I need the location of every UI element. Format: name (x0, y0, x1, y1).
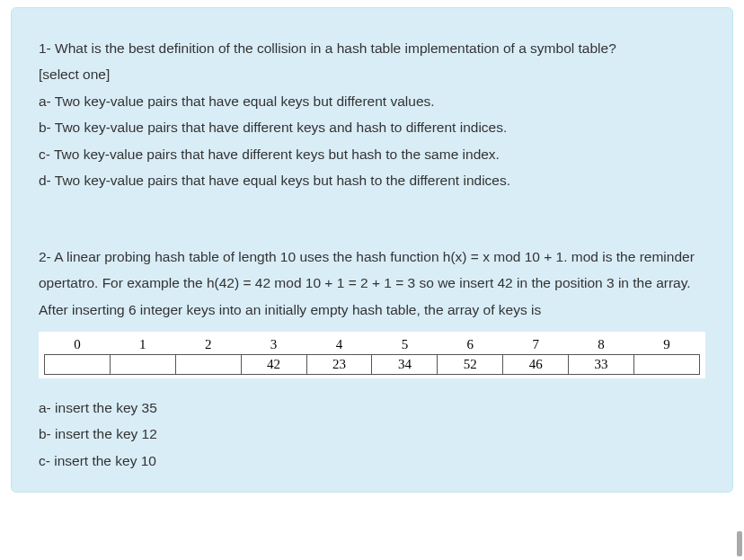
q2-option-b: b- insert the key 12 (39, 421, 705, 447)
question-1: 1- What is the best definition of the co… (39, 35, 705, 194)
q2-option-c: c- insert the key 10 (39, 448, 705, 474)
q1-instruction: [select one] (39, 61, 705, 87)
q2-subprompt: After inserting 6 integer keys into an i… (39, 297, 705, 323)
table-header-cell: 2 (175, 335, 241, 355)
table-header-cell: 8 (569, 335, 634, 355)
table-header-cell: 5 (372, 335, 438, 355)
table-value-cell: 34 (372, 354, 438, 374)
table-value-cell (634, 354, 700, 374)
table-value-cell: 46 (503, 354, 569, 374)
table-value-cell: 42 (241, 354, 306, 374)
q1-option-a: a- Two key-value pairs that have equal k… (39, 88, 705, 114)
table-value-cell: 33 (569, 354, 634, 374)
table-header-cell: 0 (45, 335, 111, 355)
table-header-cell: 4 (306, 335, 372, 355)
q1-option-b: b- Two key-value pairs that have differe… (39, 114, 705, 140)
q1-option-c: c- Two key-value pairs that have differe… (39, 141, 705, 167)
q2-option-a: a- insert the key 35 (39, 395, 705, 421)
question-panel: 1- What is the best definition of the co… (11, 7, 733, 493)
table-value-cell (45, 354, 111, 374)
table-header-cell: 6 (438, 335, 503, 355)
question-2: 2- A linear probing hash table of length… (39, 244, 705, 475)
table-header-cell: 7 (503, 335, 569, 355)
table-value-row: 42 23 34 52 46 33 (45, 354, 700, 374)
table-value-cell: 23 (306, 354, 372, 374)
hash-table-wrap: 0 1 2 3 4 5 6 7 8 9 42 23 34 (39, 332, 705, 378)
q1-option-d: d- Two key-value pairs that have equal k… (39, 167, 705, 193)
table-value-cell: 52 (438, 354, 503, 374)
table-header-cell: 3 (241, 335, 306, 355)
table-header-cell: 1 (110, 335, 175, 355)
table-value-cell (175, 354, 241, 374)
table-header-row: 0 1 2 3 4 5 6 7 8 9 (45, 335, 700, 355)
q1-prompt: 1- What is the best definition of the co… (39, 35, 705, 61)
table-header-cell: 9 (634, 335, 700, 355)
table-value-cell (110, 354, 175, 374)
hash-table: 0 1 2 3 4 5 6 7 8 9 42 23 34 (44, 335, 700, 375)
q2-description: 2- A linear probing hash table of length… (39, 244, 705, 297)
